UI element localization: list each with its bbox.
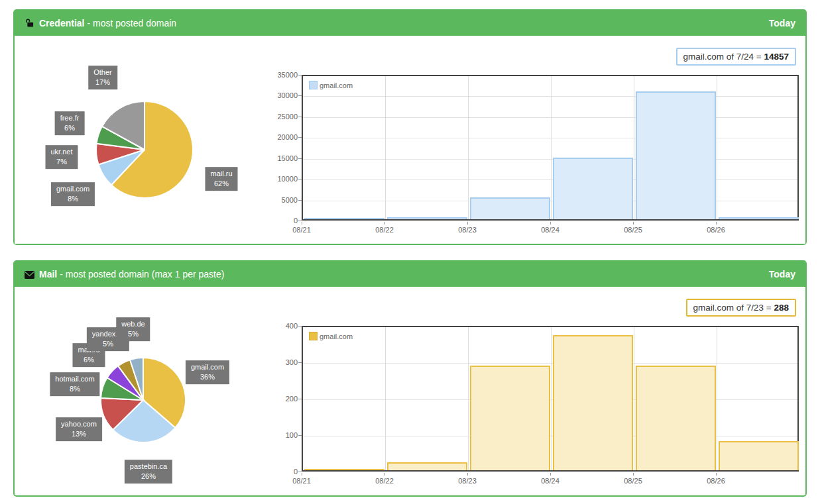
gridline-h xyxy=(303,201,797,201)
pie-label-free.fr: free.fr6% xyxy=(55,111,85,135)
bar-08-24[interactable] xyxy=(553,335,633,470)
bar-08-21[interactable] xyxy=(304,218,384,219)
pie-label-Other: Other17% xyxy=(88,66,117,89)
bar-08-24[interactable] xyxy=(553,158,633,219)
x-axis-tick-label: 08/25 xyxy=(613,477,653,485)
bar-08-26[interactable] xyxy=(719,217,799,219)
pie-label-ukr.net: ukr.net7% xyxy=(45,145,78,169)
panel-credential-body: gmail.com of 7/24 = 14857 mail.ru62%gmai… xyxy=(15,36,805,244)
x-axis-tick xyxy=(550,222,551,225)
x-axis-tick xyxy=(467,473,468,476)
x-axis-tick xyxy=(716,473,717,476)
y-axis-tick xyxy=(298,117,302,117)
y-axis-tick xyxy=(298,326,302,327)
pie-label-hotmail.com: hotmail.com8% xyxy=(50,372,99,396)
x-axis-tick-label: 08/21 xyxy=(282,226,322,234)
gridline-v xyxy=(634,76,634,219)
bar-08-23[interactable] xyxy=(470,366,550,470)
chart-legend: gmail.com xyxy=(309,332,353,340)
x-axis-tick xyxy=(302,473,302,476)
pie-label-gmail.com: gmail.com8% xyxy=(51,182,95,206)
chart-legend: gmail.com xyxy=(309,81,353,89)
gridline-v xyxy=(717,76,717,219)
plot-frame: gmail.com xyxy=(302,326,799,472)
gridline-v xyxy=(551,327,552,470)
x-axis-tick-label: 08/24 xyxy=(530,226,570,234)
legend-swatch-icon xyxy=(309,332,318,340)
x-axis-tick xyxy=(302,222,302,225)
x-axis-tick xyxy=(716,222,717,225)
bar-08-25[interactable] xyxy=(636,91,716,219)
y-axis-tick xyxy=(298,95,302,96)
y-axis-tick-label: 100 xyxy=(268,431,298,439)
x-axis-tick-label: 08/21 xyxy=(282,477,322,485)
y-axis-tick xyxy=(298,435,302,436)
panel-mail-body: gmail.com of 7/23 = 288 gmail.com36%past… xyxy=(15,287,805,495)
x-axis-tick xyxy=(550,473,551,476)
readout-value: 14857 xyxy=(764,52,789,62)
y-axis-tick-label: 0 xyxy=(268,468,298,476)
readout-text: gmail.com of 7/23 = xyxy=(693,303,774,313)
y-axis-tick xyxy=(298,179,302,179)
gridline-v xyxy=(551,76,552,219)
x-axis-tick-label: 08/26 xyxy=(696,477,736,485)
x-axis-tick-label: 08/23 xyxy=(447,226,487,234)
pie-label-yahoo.com: yahoo.com13% xyxy=(56,417,102,441)
y-axis-tick-label: 0 xyxy=(268,217,298,225)
panel-subtitle: - most posted domain (max 1 per paste) xyxy=(60,269,224,279)
panel-mail-header: Mail- most posted domain (max 1 per past… xyxy=(15,262,805,287)
panel-subtitle: - most posted domain xyxy=(87,18,176,28)
legend-label: gmail.com xyxy=(320,332,353,340)
pie-label-mail.ru: mail.ru62% xyxy=(205,167,237,191)
x-axis-tick xyxy=(633,222,634,225)
x-axis-tick-label: 08/22 xyxy=(365,226,404,234)
pie-chart-mail: gmail.com36%pastebin.ca26%yahoo.com13%ho… xyxy=(15,287,293,495)
gridline-h xyxy=(303,138,797,138)
pie-label-web.de: web.de5% xyxy=(116,317,150,341)
x-axis-tick-label: 08/24 xyxy=(530,477,570,485)
pie-chart-credential: mail.ru62%gmail.com8%ukr.net7%free.fr6%O… xyxy=(15,36,293,244)
gridline-h xyxy=(303,179,797,180)
y-axis-tick xyxy=(298,362,302,363)
panel-title: Credential xyxy=(39,18,84,28)
bar-08-23[interactable] xyxy=(470,197,550,219)
y-axis-tick-label: 35000 xyxy=(268,71,298,79)
y-axis-tick-label: 300 xyxy=(268,358,298,366)
bar-chart-credential: gmail.com0500010000150002000025000300003… xyxy=(268,75,807,238)
gridline-h xyxy=(303,399,797,400)
x-axis-tick xyxy=(467,222,468,225)
y-axis-tick-label: 15000 xyxy=(268,154,298,162)
x-axis-tick-label: 08/25 xyxy=(613,226,653,234)
x-axis-tick-label: 08/26 xyxy=(696,226,736,234)
x-axis-tick xyxy=(633,473,634,476)
y-axis-tick-label: 10000 xyxy=(268,175,298,183)
gridline-v xyxy=(385,327,386,470)
plot-frame: gmail.com xyxy=(302,75,799,221)
y-axis-tick-label: 400 xyxy=(268,322,298,330)
y-axis-tick-label: 5000 xyxy=(268,196,298,204)
gridline-h xyxy=(303,159,797,160)
gridline-h xyxy=(303,436,797,436)
x-axis-tick xyxy=(384,222,385,225)
gridline-h xyxy=(303,96,797,97)
bar-08-22[interactable] xyxy=(387,217,467,219)
bar-08-26[interactable] xyxy=(719,441,799,470)
gridline-v xyxy=(468,76,469,219)
bar-08-22[interactable] xyxy=(387,462,467,470)
y-axis-tick-label: 20000 xyxy=(268,133,298,141)
bar-08-25[interactable] xyxy=(636,366,716,470)
y-axis-tick xyxy=(298,472,302,472)
bar-08-21[interactable] xyxy=(304,469,384,470)
hover-readout: gmail.com of 7/24 = 14857 xyxy=(676,48,796,66)
y-axis-tick-label: 25000 xyxy=(268,113,298,121)
readout-text: gmail.com of 7/24 = xyxy=(683,52,764,62)
panel-credential-header: Credential- most posted domain Today xyxy=(15,11,805,36)
pie-label-gmail.com: gmail.com36% xyxy=(186,360,229,384)
gridline-v xyxy=(634,327,634,470)
gridline-h xyxy=(303,363,797,364)
dashboard-page: Credential- most posted domain Today gma… xyxy=(0,0,820,504)
y-axis-tick-label: 30000 xyxy=(268,91,298,99)
gridline-v xyxy=(468,327,469,470)
y-axis-tick xyxy=(298,399,302,399)
pie-label-pastebin.ca: pastebin.ca26% xyxy=(125,460,172,483)
